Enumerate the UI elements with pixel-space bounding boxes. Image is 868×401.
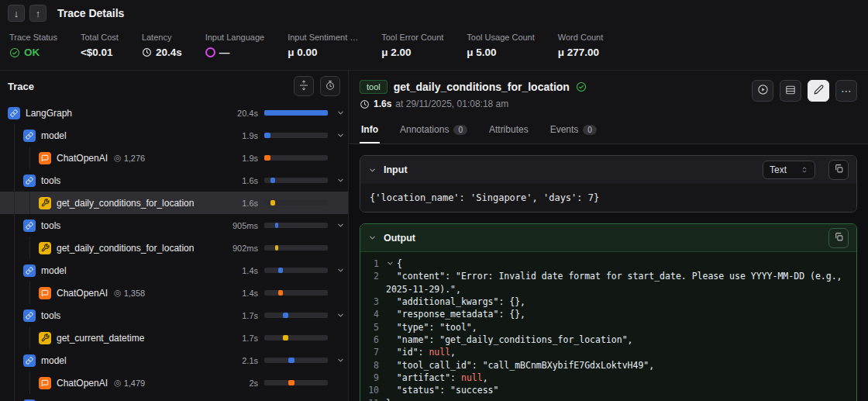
llm-icon [39, 377, 51, 389]
tree-guide-line [29, 327, 30, 349]
language-ring-icon [205, 47, 215, 57]
stat-label: Trace Status [9, 33, 57, 42]
span-row-tools[interactable]: tools1.7s [0, 304, 348, 327]
trace-tree[interactable]: LangGraph20.4smodel1.9sChatOpenAI◎1,2761… [0, 102, 348, 401]
chevron-down-icon[interactable] [368, 166, 377, 175]
tab-count-badge: 0 [583, 125, 597, 135]
tree-guide-line [14, 349, 15, 372]
trace-panel-header: Trace [0, 71, 348, 102]
span-detail-panel: tool get_daily_conditions_for_location 1… [349, 71, 868, 401]
tab-label: Annotations [400, 124, 449, 135]
span-row-tools[interactable]: tools1.9s [0, 394, 348, 401]
stat-label: Input Sentiment … [288, 33, 358, 42]
prev-trace-button[interactable]: ↓ [8, 5, 25, 22]
chevron-down-icon[interactable] [332, 221, 348, 230]
span-duration: 1.4s [242, 266, 258, 275]
tab-label: Events [550, 124, 579, 135]
span-name: model [41, 130, 67, 141]
tab-label: Info [361, 124, 378, 135]
input-card: Input Text {'location_name': 'Singapore'… [360, 155, 857, 213]
span-row-tools[interactable]: tools905ms [0, 214, 348, 237]
output-card-header[interactable]: Output [360, 224, 856, 252]
span-content[interactable]: Input Text {'location_name': 'Singapore'… [349, 144, 868, 401]
fold-chevron-icon[interactable] [386, 259, 394, 268]
stat-value-text: μ 277.00 [558, 47, 599, 58]
next-trace-button[interactable]: ↑ [29, 5, 46, 22]
span-name: tools [41, 175, 60, 186]
span-name: ChatOpenAI [57, 288, 108, 299]
tree-guide-line [14, 304, 15, 327]
top-bar: ↓ ↑ Trace Details [0, 0, 868, 26]
expand-spans-button[interactable] [294, 76, 314, 96]
stat-word-count: Word Countμ 277.00 [558, 33, 604, 58]
input-format-select[interactable]: Text [763, 161, 815, 179]
tab-events[interactable]: Events0 [549, 117, 598, 143]
tree-guide-line [29, 147, 30, 169]
line-content: { [397, 258, 402, 270]
stat-value-text: <$0.01 [81, 47, 113, 58]
line-number: 10 [365, 384, 379, 396]
success-check-icon [576, 81, 587, 92]
span-timeline-bar [264, 290, 328, 296]
line-content: } [386, 397, 391, 401]
chevron-down-icon[interactable] [368, 233, 377, 242]
stat-label: Latency [142, 33, 182, 42]
stat-label: Tool Usage Count [467, 33, 534, 42]
line-content: "tool_call_id": "call_mBCnmBXybifE7GdxLo… [386, 359, 654, 372]
stat-value-text: μ 0.00 [288, 47, 317, 58]
replay-button[interactable] [752, 80, 773, 102]
tool-icon [39, 242, 51, 254]
span-row-model[interactable]: model1.4s [0, 259, 348, 282]
span-row-model[interactable]: model1.9s [0, 124, 348, 147]
span-name: tools [41, 220, 60, 231]
table-view-button[interactable] [780, 80, 801, 102]
code-line: 9 "artifact": null, [365, 372, 849, 384]
span-row-get-daily-conditions-for-location[interactable]: get_daily_conditions_for_location902ms [0, 237, 348, 259]
ellipsis-icon: ⋯ [841, 85, 852, 97]
stat-tool-usage-count: Tool Usage Countμ 5.00 [467, 33, 534, 58]
chevron-down-icon[interactable] [332, 131, 348, 140]
span-duration: 902ms [232, 244, 258, 253]
trace-panel-title: Trace [8, 81, 288, 92]
input-card-header[interactable]: Input Text [360, 156, 856, 184]
llm-icon [39, 152, 51, 164]
more-button[interactable]: ⋯ [835, 80, 857, 102]
span-row-get-daily-conditions-for-location[interactable]: get_daily_conditions_for_location1.6s [0, 192, 348, 214]
span-duration: 905ms [232, 221, 258, 230]
stat-label: Total Cost [81, 33, 119, 42]
line-number: 8 [365, 359, 379, 372]
timer-button[interactable] [320, 76, 340, 96]
tree-guide-line [14, 169, 15, 192]
token-count: ◎1,276 [114, 153, 145, 163]
token-count: ◎1,358 [114, 288, 145, 298]
chevron-down-icon[interactable] [332, 266, 348, 275]
span-row-model[interactable]: model2.1s [0, 349, 348, 372]
chevron-down-icon[interactable] [332, 311, 348, 320]
span-name: get_daily_conditions_for_location [57, 198, 194, 209]
span-row-get-current-datetime[interactable]: get_current_datetime1.7s [0, 327, 348, 349]
span-row-chatopenai[interactable]: ChatOpenAI◎1,4792s [0, 372, 348, 394]
span-row-tools[interactable]: tools1.6s [0, 169, 348, 192]
line-number: 2 [365, 270, 379, 282]
stat-value-text: OK [24, 47, 40, 58]
span-row-chatopenai[interactable]: ChatOpenAI◎1,2761.9s [0, 147, 348, 169]
code-line: 7 "id": null, [365, 346, 849, 358]
edit-button[interactable] [808, 80, 829, 102]
tree-guide-line [29, 282, 30, 304]
code-line: 3 "additional_kwargs": {}, [365, 296, 849, 308]
copy-icon [834, 232, 844, 244]
span-name: LangGraph [26, 108, 72, 119]
tree-guide-line [14, 192, 15, 214]
chevron-down-icon[interactable] [332, 356, 348, 365]
span-row-langgraph[interactable]: LangGraph20.4s [0, 102, 348, 124]
chevron-down-icon[interactable] [332, 109, 348, 117]
span-row-chatopenai[interactable]: ChatOpenAI◎1,3581.4s [0, 282, 348, 304]
chevron-down-icon[interactable] [332, 176, 348, 185]
input-copy-button[interactable] [828, 160, 849, 180]
tab-annotations[interactable]: Annotations0 [398, 117, 469, 143]
output-copy-button[interactable] [828, 228, 849, 248]
tab-info[interactable]: Info [360, 117, 380, 143]
tab-attributes[interactable]: Attributes [487, 117, 530, 143]
span-timeline-bar [264, 223, 328, 228]
span-name: get_daily_conditions_for_location [57, 243, 194, 254]
